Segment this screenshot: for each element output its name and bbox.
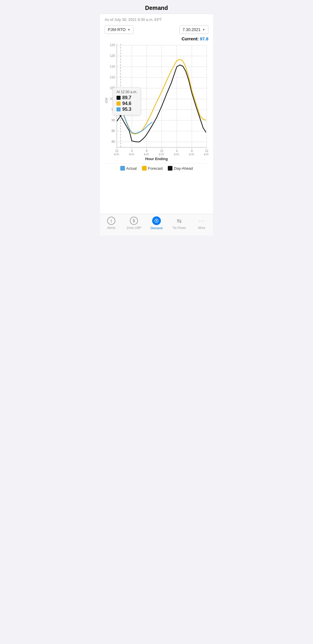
tab-label-more: More: [198, 226, 205, 229]
legend-item-actual: Actual: [120, 166, 137, 171]
region-label: PJM-RTO: [108, 27, 126, 32]
tab-item-alerts[interactable]: ! Alerts: [100, 217, 123, 229]
svg-text:4: 4: [176, 149, 178, 153]
legend-actual-label: Actual: [126, 166, 137, 171]
current-text: Current:: [181, 36, 199, 41]
legend-dayahead-label: Day-Ahead: [174, 166, 193, 171]
svg-text:8: 8: [191, 149, 193, 153]
svg-text:120: 120: [110, 54, 115, 57]
header: Demand: [100, 0, 213, 14]
tab-label-tie-flows: Tie Flows: [172, 226, 186, 229]
tab-item-demand[interactable]: Demand: [145, 216, 168, 230]
forecast-swatch: [142, 166, 147, 171]
x-axis-title: Hour Ending: [105, 157, 208, 161]
svg-text:4: 4: [131, 149, 133, 153]
svg-text:80: 80: [112, 140, 115, 143]
tab-item-tie-flows[interactable]: ⇆ Tie Flows: [168, 217, 190, 229]
date-label: 7.30.2021: [183, 27, 201, 32]
svg-point-56: [156, 220, 157, 221]
svg-text:95: 95: [112, 108, 115, 111]
tab-item-zone-lmp[interactable]: $ Zone LMP: [123, 217, 145, 229]
svg-text:GW: GW: [105, 97, 108, 103]
svg-text:12: 12: [160, 149, 163, 153]
chart-container: 125 120 115 110 105 100 95 90 85 80 GW: [105, 42, 208, 155]
svg-text:12: 12: [205, 149, 208, 153]
region-dropdown[interactable]: PJM-RTO ▼: [105, 25, 134, 34]
svg-text:85: 85: [112, 129, 115, 133]
svg-text:p.m.: p.m.: [189, 153, 194, 155]
main-content: As of July 30, 2021 8:30 a.m. EPT PJM-RT…: [100, 14, 213, 214]
more-icon: ···: [198, 217, 206, 225]
tab-label-zone-lmp: Zone LMP: [127, 226, 141, 229]
svg-text:110: 110: [110, 75, 115, 79]
tab-bar: ! Alerts $ Zone LMP Demand ⇆ Tie Flows ·…: [100, 214, 213, 236]
svg-text:a.m.: a.m.: [129, 153, 134, 155]
current-row: Current: 97.8: [105, 36, 208, 41]
tab-label-alerts: Alerts: [107, 226, 115, 229]
legend-item-dayahead: Day-Ahead: [168, 166, 193, 171]
dayahead-swatch: [168, 166, 172, 171]
zone-lmp-icon: $: [130, 217, 138, 225]
legend-forecast-label: Forecast: [148, 166, 163, 171]
svg-text:a.m.: a.m.: [144, 153, 149, 155]
controls-row: PJM-RTO ▼ 7.30.2021 ▼: [105, 25, 208, 34]
timestamp: As of July 30, 2021 8:30 a.m. EPT: [105, 17, 208, 22]
date-dropdown-arrow: ▼: [202, 28, 205, 31]
tab-label-demand: Demand: [150, 226, 163, 230]
svg-text:90: 90: [112, 118, 115, 122]
date-dropdown[interactable]: 7.30.2021 ▼: [179, 25, 208, 34]
chart-legend: Actual Forecast Day-Ahead: [105, 163, 208, 174]
tie-flows-icon: ⇆: [175, 217, 183, 225]
alerts-icon: !: [107, 217, 115, 225]
svg-text:8: 8: [146, 149, 148, 153]
svg-text:p.m.: p.m.: [159, 153, 164, 155]
svg-text:a.m.: a.m.: [114, 153, 119, 155]
demand-icon: [152, 216, 161, 225]
svg-point-52: [119, 115, 122, 117]
svg-text:a.m.: a.m.: [204, 153, 208, 155]
svg-text:12: 12: [115, 149, 119, 153]
svg-text:105: 105: [110, 86, 115, 90]
svg-text:115: 115: [110, 65, 115, 68]
page-title: Demand: [145, 5, 168, 11]
svg-text:125: 125: [110, 43, 115, 47]
demand-chart: 125 120 115 110 105 100 95 90 85 80 GW: [105, 42, 208, 155]
svg-point-54: [119, 107, 122, 109]
actual-swatch: [120, 166, 125, 171]
current-value: 97.8: [200, 36, 208, 41]
region-dropdown-arrow: ▼: [128, 28, 130, 31]
svg-text:100: 100: [110, 97, 115, 100]
legend-item-forecast: Forecast: [142, 166, 163, 171]
svg-text:p.m.: p.m.: [174, 153, 179, 155]
tab-item-more[interactable]: ··· More: [190, 217, 213, 229]
